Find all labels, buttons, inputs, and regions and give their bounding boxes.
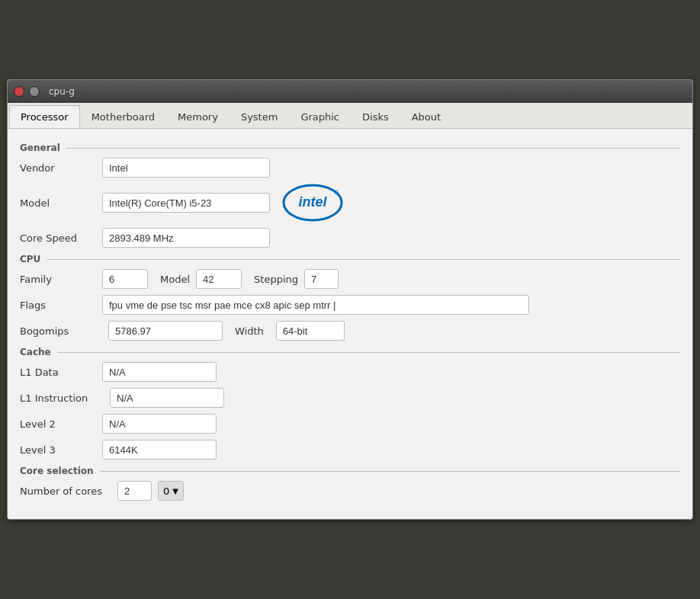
main-window: cpu-g Processor Motherboard Memory Syste…	[7, 79, 693, 520]
num-cores-label: Number of cores	[20, 485, 111, 497]
tab-motherboard[interactable]: Motherboard	[80, 105, 166, 128]
level3-label: Level 3	[20, 444, 96, 456]
content-area: General Vendor Model intel ® Core Speed	[8, 129, 692, 519]
bogomips-row: Bogomips Width	[20, 321, 680, 341]
model-row: Model intel ®	[20, 184, 680, 222]
tab-about[interactable]: About	[400, 105, 452, 128]
bogomips-label: Bogomips	[20, 325, 96, 337]
l1instruction-input[interactable]	[110, 388, 224, 408]
core-selection-label: Core selection	[20, 466, 680, 476]
flags-label: Flags	[20, 300, 96, 311]
svg-text:intel: intel	[298, 194, 327, 210]
intel-logo: intel ®	[282, 184, 343, 222]
core-dropdown[interactable]: 0 ▼	[158, 481, 184, 501]
tab-memory[interactable]: Memory	[166, 105, 230, 128]
level2-label: Level 2	[20, 418, 96, 430]
model-input[interactable]	[102, 193, 270, 213]
width-input[interactable]	[276, 321, 345, 341]
level3-row: Level 3	[20, 440, 680, 460]
core-speed-input[interactable]	[102, 228, 270, 248]
family-label: Family	[20, 274, 96, 285]
window-title: cpu-g	[49, 86, 75, 97]
family-input[interactable]	[102, 269, 148, 289]
stepping-label: Stepping	[254, 274, 298, 285]
width-label: Width	[235, 325, 264, 337]
l1data-input[interactable]	[102, 362, 217, 382]
vendor-label: Vendor	[20, 162, 96, 174]
core-dropdown-value: 0	[163, 485, 169, 497]
stepping-input[interactable]	[304, 269, 339, 289]
l1data-label: L1 Data	[20, 367, 96, 378]
cache-section-label: Cache	[20, 347, 680, 357]
level2-row: Level 2	[20, 414, 680, 434]
core-speed-label: Core Speed	[20, 232, 96, 244]
model-cpu-label: Model	[160, 274, 190, 285]
num-cores-input[interactable]	[117, 481, 152, 501]
cpu-family-row: Family Model Stepping	[20, 269, 680, 289]
chevron-down-icon: ▼	[172, 487, 178, 495]
core-speed-row: Core Speed	[20, 228, 680, 248]
level3-input[interactable]	[102, 440, 217, 460]
svg-text:®: ®	[334, 189, 339, 196]
minimize-button[interactable]	[29, 86, 40, 97]
level2-input[interactable]	[102, 414, 217, 434]
l1instruction-row: L1 Instruction	[20, 388, 680, 408]
titlebar: cpu-g	[8, 80, 692, 103]
general-section-label: General	[20, 143, 680, 153]
l1instruction-label: L1 Instruction	[20, 392, 104, 404]
vendor-input[interactable]	[102, 158, 270, 178]
tab-disks[interactable]: Disks	[351, 105, 400, 128]
model-cpu-input[interactable]	[196, 269, 242, 289]
tab-system[interactable]: System	[230, 105, 289, 128]
flags-input[interactable]	[102, 295, 529, 315]
vendor-row: Vendor	[20, 158, 680, 178]
l1data-row: L1 Data	[20, 362, 680, 382]
cpu-section-label: CPU	[20, 254, 680, 264]
tab-processor[interactable]: Processor	[9, 105, 80, 128]
close-button[interactable]	[14, 86, 24, 97]
flags-row: Flags	[20, 295, 680, 315]
bogomips-input[interactable]	[108, 321, 223, 341]
model-label: Model	[20, 197, 96, 209]
tab-graphic[interactable]: Graphic	[289, 105, 351, 128]
core-selection-row: Number of cores 0 ▼	[20, 481, 680, 501]
tab-bar: Processor Motherboard Memory System Grap…	[8, 103, 692, 129]
